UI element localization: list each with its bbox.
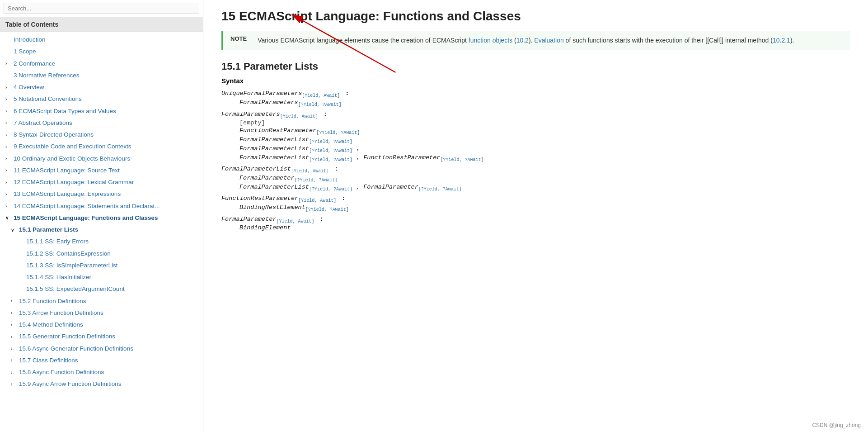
toc-list[interactable]: Introduction 1 Scope› 2 Conformance 3 No… [0, 32, 203, 432]
toc-item-label: 15.4 Method Definitions [19, 320, 83, 329]
toc-item-label: 10 Ordinary and Exotic Objects Behaviour… [14, 154, 130, 163]
toc-item-s15_1_2[interactable]: 15.1.2 SS: ContainsExpression [0, 248, 203, 260]
toc-item-s15_3[interactable]: › 15.3 Arrow Function Definitions [0, 307, 203, 319]
toc-item-s15_1_4[interactable]: 15.1.4 SS: HasInitializer [0, 271, 203, 283]
toc-item-s7[interactable]: › 7 Abstract Operations [0, 117, 203, 129]
grammar-rule-formal-parameter: FormalParameter[Yield, Await] : BindingE… [221, 216, 850, 232]
toc-item-intro[interactable]: Introduction [0, 34, 203, 46]
toc-item-s3[interactable]: 3 Normative References [0, 70, 203, 81]
toc-chevron: › [11, 333, 18, 340]
toc-item-label: 5 Notational Conventions [14, 95, 82, 104]
toc-item-label: 15.1.5 SS: ExpectedArgumentCount [26, 285, 125, 294]
grammar-rule-function-rest-parameter: FunctionRestParameter[Yield, Await] : Bi… [221, 195, 850, 212]
toc-item-label: 2 Conformance [14, 59, 55, 68]
toc-item-s13[interactable]: › 13 ECMAScript Language: Expressions [0, 188, 203, 200]
toc-item-s15_1_1[interactable]: 15.1.1 SS: Early Errors [0, 236, 203, 247]
toc-item-label: 7 Abstract Operations [14, 119, 72, 128]
section-15-1-title: 15.1 Parameter Lists [221, 61, 850, 72]
toc-item-label: 12 ECMAScript Language: Lexical Grammar [14, 178, 134, 187]
toc-item-label: 1 Scope [14, 47, 36, 56]
toc-chevron: › [5, 143, 13, 150]
toc-header: Table of Contents [0, 17, 203, 32]
toc-item-label: Introduction [14, 35, 46, 44]
grammar-rule-formal-parameters: FormalParameters[Yield, Await] : [empty]… [221, 111, 850, 162]
toc-item-s15_5[interactable]: › 15.5 Generator Function Definitions [0, 331, 203, 342]
note-box: NOTE Various ECMAScript language element… [221, 31, 850, 50]
toc-item-s15_4[interactable]: › 15.4 Method Definitions [0, 319, 203, 331]
toc-item-label: 4 Overview [14, 83, 44, 92]
toc-chevron: › [5, 179, 13, 186]
toc-chevron: › [5, 155, 13, 162]
toc-item-s15_1_3[interactable]: 15.1.3 SS: IsSimpleParameterList [0, 260, 203, 271]
toc-item-label: 15.9 Async Arrow Function Definitions [19, 380, 122, 389]
toc-item-s12[interactable]: › 12 ECMAScript Language: Lexical Gramma… [0, 176, 203, 188]
note-label: NOTE [230, 35, 247, 45]
toc-item-label: 15 ECMAScript Language: Functions and Cl… [14, 214, 158, 223]
toc-item-label: 15.1 Parameter Lists [19, 225, 78, 234]
toc-chevron: › [5, 96, 13, 103]
toc-item-s15_1_5[interactable]: 15.1.5 SS: ExpectedArgumentCount [0, 283, 203, 295]
grammar-rhs: BindingRestElement[?Yield, ?Await] [221, 204, 850, 212]
toc-item-label: 15.2 Function Definitions [19, 297, 86, 306]
page-title: 15 ECMAScript Language: Functions and Cl… [221, 9, 850, 24]
toc-chevron: ∨ [11, 227, 18, 233]
toc-item-s14[interactable]: › 14 ECMAScript Language: Statements and… [0, 200, 203, 212]
toc-item-label: 11 ECMAScript Language: Source Text [14, 166, 120, 175]
grammar-rule-formal-parameter-list: FormalParameterList[Yield, Await] : Form… [221, 166, 850, 191]
toc-item-label: 15.7 Class Definitions [19, 356, 78, 365]
toc-chevron: › [5, 203, 13, 209]
toc-item-s1[interactable]: 1 Scope [0, 46, 203, 57]
toc-item-label: 15.8 Async Function Definitions [19, 368, 104, 377]
toc-item-label: 15.3 Arrow Function Definitions [19, 309, 103, 318]
toc-item-s5[interactable]: › 5 Notational Conventions [0, 93, 203, 105]
toc-item-label: 14 ECMAScript Language: Statements and D… [14, 202, 160, 211]
toc-item-s15_9[interactable]: › 15.9 Async Arrow Function Definitions [0, 378, 203, 390]
grammar-rhs: [empty] FunctionRestParameter[?Yield, ?A… [221, 119, 850, 162]
toc-item-s15_7[interactable]: › 15.7 Class Definitions [0, 355, 203, 366]
note-link-10-2[interactable]: 10.2 [516, 37, 529, 44]
note-link-evaluation[interactable]: Evaluation [534, 37, 563, 44]
grammar-lhs: UniqueFormalParameters [221, 90, 302, 97]
toc-item-s11[interactable]: › 11 ECMAScript Language: Source Text [0, 165, 203, 176]
toc-item-s15_2[interactable]: › 15.2 Function Definitions [0, 295, 203, 307]
grammar-rule-unique-formal-parameters: UniqueFormalParameters[Yield, Await] : F… [221, 90, 850, 107]
toc-item-s4[interactable]: › 4 Overview [0, 81, 203, 93]
note-link-10-2-1[interactable]: 10.2.1 [773, 37, 790, 44]
grammar-rhs: FormalParameter[?Yield, ?Await] FormalPa… [221, 175, 850, 191]
toc-item-label: 8 Syntax-Directed Operations [14, 130, 94, 139]
toc-chevron: › [11, 357, 18, 364]
grammar-block: UniqueFormalParameters[Yield, Await] : F… [221, 90, 850, 231]
syntax-label: Syntax [221, 77, 850, 85]
toc-item-s15_1[interactable]: ∨ 15.1 Parameter Lists [0, 224, 203, 236]
toc-item-label: 6 ECMAScript Data Types and Values [14, 107, 116, 116]
toc-chevron: › [5, 167, 13, 174]
toc-item-s10[interactable]: › 10 Ordinary and Exotic Objects Behavio… [0, 153, 203, 165]
toc-item-s15_6[interactable]: › 15.6 Async Generator Function Definiti… [0, 343, 203, 355]
toc-chevron: › [5, 108, 13, 114]
search-box [0, 0, 203, 17]
toc-item-label: 15.5 Generator Function Definitions [19, 332, 115, 341]
toc-item-s8[interactable]: › 8 Syntax-Directed Operations [0, 129, 203, 141]
toc-chevron: › [5, 84, 13, 91]
toc-item-label: 15.1.3 SS: IsSimpleParameterList [26, 261, 118, 270]
toc-item-s2[interactable]: › 2 Conformance [0, 58, 203, 70]
grammar-rhs: FormalParameters[?Yield, ?Await] [221, 99, 850, 107]
toc-chevron: › [11, 369, 18, 376]
toc-item-s6[interactable]: › 6 ECMAScript Data Types and Values [0, 105, 203, 117]
toc-item-s15_8[interactable]: › 15.8 Async Function Definitions [0, 366, 203, 378]
search-input[interactable] [4, 3, 199, 14]
toc-item-label: 15.1.1 SS: Early Errors [26, 237, 89, 246]
note-text: Various ECMAScript language elements cau… [258, 35, 794, 45]
toc-chevron: › [11, 381, 18, 388]
note-link-function-objects[interactable]: function objects [469, 37, 512, 44]
toc-chevron: › [5, 119, 13, 126]
toc-item-label: 9 Executable Code and Execution Contexts [14, 142, 131, 151]
toc-item-label: 15.6 Async Generator Function Definition… [19, 344, 133, 353]
toc-item-label: 15.1.2 SS: ContainsExpression [26, 249, 111, 258]
toc-item-s15[interactable]: ∨ 15 ECMAScript Language: Functions and … [0, 212, 203, 224]
main-content[interactable]: 15 ECMAScript Language: Functions and Cl… [203, 0, 868, 432]
toc-chevron: › [5, 132, 13, 138]
toc-item-label: 3 Normative References [14, 71, 80, 80]
toc-item-s9[interactable]: › 9 Executable Code and Execution Contex… [0, 141, 203, 152]
sidebar: Table of Contents Introduction 1 Scope› … [0, 0, 203, 432]
